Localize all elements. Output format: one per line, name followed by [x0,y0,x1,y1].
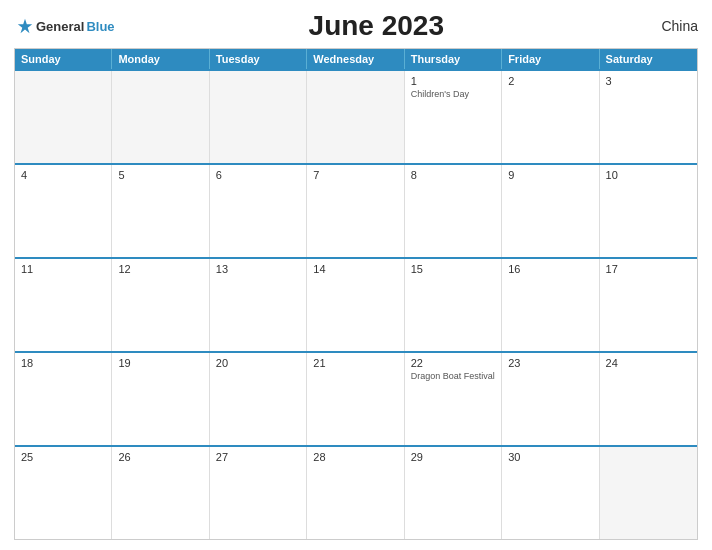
day-cell-w4-d4: 21 [307,353,404,445]
day-number: 10 [606,169,691,181]
day-cell-w3-d7: 17 [600,259,697,351]
header-wednesday: Wednesday [307,49,404,69]
day-cell-w4-d5: 22Dragon Boat Festival [405,353,502,445]
day-cell-w2-d3: 6 [210,165,307,257]
day-cell-w1-d1 [15,71,112,163]
day-number: 14 [313,263,397,275]
day-headers-row: Sunday Monday Tuesday Wednesday Thursday… [15,49,697,69]
day-number: 7 [313,169,397,181]
day-cell-w1-d4 [307,71,404,163]
day-number: 27 [216,451,300,463]
day-event: Children's Day [411,89,495,101]
day-cell-w5-d2: 26 [112,447,209,539]
day-cell-w5-d1: 25 [15,447,112,539]
header-sunday: Sunday [15,49,112,69]
day-number: 29 [411,451,495,463]
logo-icon [16,17,34,35]
week-row-3: 11121314151617 [15,257,697,351]
day-number: 19 [118,357,202,369]
week-row-4: 1819202122Dragon Boat Festival2324 [15,351,697,445]
day-number: 20 [216,357,300,369]
day-number: 4 [21,169,105,181]
day-number: 22 [411,357,495,369]
page: General Blue June 2023 China Sunday Mond… [0,0,712,550]
day-number: 8 [411,169,495,181]
header-monday: Monday [112,49,209,69]
country-label: China [638,18,698,34]
day-cell-w1-d7: 3 [600,71,697,163]
day-cell-w3-d4: 14 [307,259,404,351]
day-number: 28 [313,451,397,463]
header-saturday: Saturday [600,49,697,69]
day-cell-w5-d5: 29 [405,447,502,539]
day-event: Dragon Boat Festival [411,371,495,383]
day-number: 5 [118,169,202,181]
calendar: Sunday Monday Tuesday Wednesday Thursday… [14,48,698,540]
day-number: 12 [118,263,202,275]
day-cell-w5-d7 [600,447,697,539]
day-number: 2 [508,75,592,87]
header-tuesday: Tuesday [210,49,307,69]
day-cell-w5-d3: 27 [210,447,307,539]
day-cell-w2-d6: 9 [502,165,599,257]
day-cell-w4-d6: 23 [502,353,599,445]
day-number: 3 [606,75,691,87]
day-number: 11 [21,263,105,275]
day-cell-w2-d5: 8 [405,165,502,257]
day-cell-w2-d2: 5 [112,165,209,257]
day-cell-w1-d5: 1Children's Day [405,71,502,163]
day-number: 30 [508,451,592,463]
day-cell-w5-d6: 30 [502,447,599,539]
week-row-2: 45678910 [15,163,697,257]
day-cell-w4-d3: 20 [210,353,307,445]
day-number: 6 [216,169,300,181]
day-number: 26 [118,451,202,463]
day-cell-w3-d1: 11 [15,259,112,351]
day-number: 17 [606,263,691,275]
day-cell-w1-d3 [210,71,307,163]
day-number: 9 [508,169,592,181]
day-cell-w2-d7: 10 [600,165,697,257]
logo-blue-text: Blue [86,20,114,33]
day-cell-w3-d3: 13 [210,259,307,351]
day-number: 24 [606,357,691,369]
day-cell-w3-d2: 12 [112,259,209,351]
header-thursday: Thursday [405,49,502,69]
day-cell-w2-d1: 4 [15,165,112,257]
day-cell-w4-d7: 24 [600,353,697,445]
week-row-5: 252627282930 [15,445,697,539]
day-cell-w1-d6: 2 [502,71,599,163]
header: General Blue June 2023 China [14,10,698,42]
weeks-container: 1Children's Day2345678910111213141516171… [15,69,697,539]
day-number: 21 [313,357,397,369]
day-cell-w1-d2 [112,71,209,163]
day-cell-w2-d4: 7 [307,165,404,257]
week-row-1: 1Children's Day23 [15,69,697,163]
day-cell-w3-d6: 16 [502,259,599,351]
header-friday: Friday [502,49,599,69]
day-cell-w4-d1: 18 [15,353,112,445]
day-number: 13 [216,263,300,275]
day-number: 1 [411,75,495,87]
calendar-title: June 2023 [115,10,638,42]
logo: General Blue [14,17,115,35]
day-cell-w3-d5: 15 [405,259,502,351]
day-number: 23 [508,357,592,369]
day-number: 15 [411,263,495,275]
day-number: 16 [508,263,592,275]
day-number: 25 [21,451,105,463]
day-cell-w4-d2: 19 [112,353,209,445]
day-number: 18 [21,357,105,369]
day-cell-w5-d4: 28 [307,447,404,539]
logo-general-text: General [36,20,84,33]
